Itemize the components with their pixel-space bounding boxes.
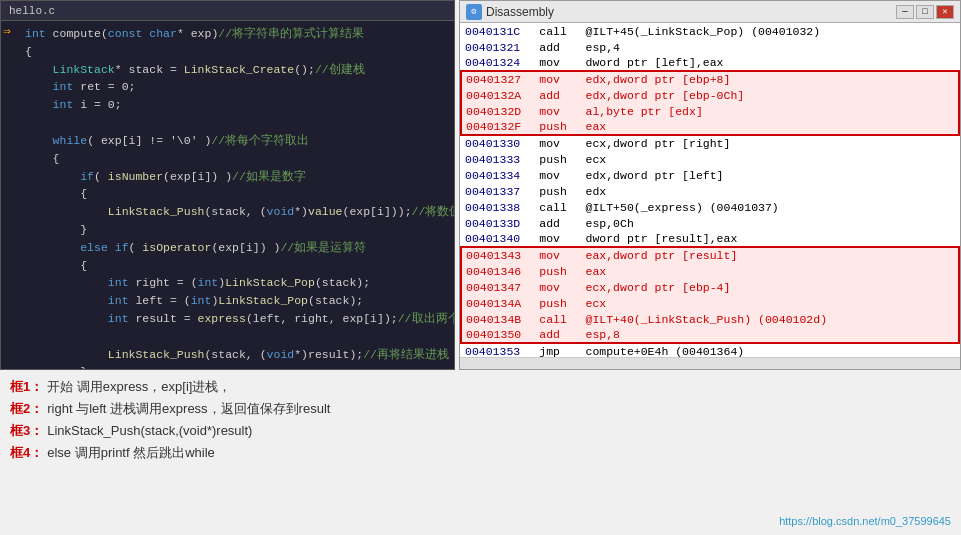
table-row[interactable]: 0040134A push ecx xyxy=(461,295,959,311)
minimize-button[interactable]: ─ xyxy=(896,5,914,19)
args-cell: esp,0Ch xyxy=(582,215,960,231)
op-cell: mov xyxy=(535,71,581,87)
table-row[interactable]: 00401333 push ecx xyxy=(461,151,959,167)
op-cell: jmp xyxy=(535,343,581,357)
table-row[interactable]: 00401334 mov edx,dword ptr [left] xyxy=(461,167,959,183)
annotation-line: 框2： right 与left 进栈调用express，返回值保存到result xyxy=(10,398,951,420)
addr-cell: 00401347 xyxy=(461,279,535,295)
addr-cell: 00401330 xyxy=(461,135,535,151)
args-cell: ecx xyxy=(582,151,960,167)
disasm-table: 0040131C call @ILT+45(_LinkStack_Pop) (0… xyxy=(460,23,960,357)
annotation-text: right 与left 进栈调用express，返回值保存到result xyxy=(47,398,330,420)
addr-cell: 0040132A xyxy=(461,87,535,103)
op-cell: push xyxy=(535,263,581,279)
args-cell: eax,dword ptr [result] xyxy=(582,247,960,263)
op-cell: add xyxy=(535,215,581,231)
args-cell: esp,8 xyxy=(582,327,960,343)
op-cell: mov xyxy=(535,135,581,151)
annotation-label: 框4： xyxy=(10,442,43,464)
addr-cell: 00401324 xyxy=(461,55,535,71)
disasm-icon-text: ⚙ xyxy=(471,6,476,17)
close-button[interactable]: ✕ xyxy=(936,5,954,19)
addr-cell: 0040132D xyxy=(461,103,535,119)
op-cell: call xyxy=(535,23,581,39)
disasm-panel: ⚙ Disassembly ─ □ ✕ 0040131C call @ILT+4… xyxy=(459,0,961,370)
op-cell: mov xyxy=(535,55,581,71)
table-row[interactable]: 00401324 mov dword ptr [left],eax xyxy=(461,55,959,71)
addr-cell: 00401333 xyxy=(461,151,535,167)
op-cell: mov xyxy=(535,279,581,295)
maximize-button[interactable]: □ xyxy=(916,5,934,19)
args-cell: al,byte ptr [edx] xyxy=(582,103,960,119)
op-cell: call xyxy=(535,311,581,327)
code-area: int compute(const char* exp)//将字符串的算式计算结… xyxy=(21,21,454,369)
op-cell: push xyxy=(535,183,581,199)
disasm-titlebar: ⚙ Disassembly ─ □ ✕ xyxy=(460,1,960,23)
op-cell: call xyxy=(535,199,581,215)
disasm-table-container[interactable]: 0040131C call @ILT+45(_LinkStack_Pop) (0… xyxy=(460,23,960,357)
op-cell: add xyxy=(535,39,581,55)
table-row[interactable]: 00401338 call @ILT+50(_express) (0040103… xyxy=(461,199,959,215)
table-row[interactable]: 00401321 add esp,4 xyxy=(461,39,959,55)
args-cell: @ILT+45(_LinkStack_Pop) (00401032) xyxy=(582,23,960,39)
op-cell: add xyxy=(535,327,581,343)
addr-cell: 00401321 xyxy=(461,39,535,55)
annotation-text: else 调用printf 然后跳出while xyxy=(47,442,215,464)
addr-cell: 0040132F xyxy=(461,119,535,135)
source-filename: hello.c xyxy=(9,5,55,17)
table-row[interactable]: 0040132A add edx,dword ptr [ebp-0Ch] xyxy=(461,87,959,103)
disasm-icon: ⚙ xyxy=(466,4,482,20)
source-content: ⇒ int compute(const char* exp)//将字符串的算式计… xyxy=(1,21,454,369)
table-row[interactable]: 00401353 jmp compute+0E4h (00401364) xyxy=(461,343,959,357)
addr-cell: 00401337 xyxy=(461,183,535,199)
annotation-label: 框1： xyxy=(10,376,43,398)
table-row[interactable]: 00401346 push eax xyxy=(461,263,959,279)
table-row[interactable]: 00401340 mov dword ptr [result],eax xyxy=(461,231,959,247)
args-cell: edx,dword ptr [ebp-0Ch] xyxy=(582,87,960,103)
table-row[interactable]: 00401330 mov ecx,dword ptr [right] xyxy=(461,135,959,151)
horizontal-scrollbar[interactable] xyxy=(460,357,960,369)
args-cell: dword ptr [left],eax xyxy=(582,55,960,71)
source-title: hello.c xyxy=(1,1,454,21)
addr-cell: 00401346 xyxy=(461,263,535,279)
table-row[interactable]: 0040132D mov al,byte ptr [edx] xyxy=(461,103,959,119)
addr-cell: 00401338 xyxy=(461,199,535,215)
op-cell: push xyxy=(535,119,581,135)
addr-cell: 0040134B xyxy=(461,311,535,327)
addr-cell: 00401334 xyxy=(461,167,535,183)
op-cell: push xyxy=(535,295,581,311)
addr-cell: 00401327 xyxy=(461,71,535,87)
window-controls: ─ □ ✕ xyxy=(896,5,954,19)
annotation-label: 框2： xyxy=(10,398,43,420)
source-panel: hello.c ⇒ int compute(const char* exp)//… xyxy=(0,0,455,370)
table-row[interactable]: 00401350 add esp,8 xyxy=(461,327,959,343)
addr-cell: 0040134A xyxy=(461,295,535,311)
args-cell: @ILT+40(_LinkStack_Push) (0040102d) xyxy=(582,311,960,327)
args-cell: eax xyxy=(582,263,960,279)
table-row[interactable]: 0040134B call @ILT+40(_LinkStack_Push) (… xyxy=(461,311,959,327)
top-panels: hello.c ⇒ int compute(const char* exp)//… xyxy=(0,0,961,370)
table-row[interactable]: 0040132F push eax xyxy=(461,119,959,135)
op-cell: mov xyxy=(535,247,581,263)
addr-cell: 00401353 xyxy=(461,343,535,357)
table-row[interactable]: 00401343 mov eax,dword ptr [result] xyxy=(461,247,959,263)
annotation-label: 框3： xyxy=(10,420,43,442)
args-cell: edx,dword ptr [left] xyxy=(582,167,960,183)
args-cell: eax xyxy=(582,119,960,135)
op-cell: mov xyxy=(535,167,581,183)
addr-cell: 00401350 xyxy=(461,327,535,343)
table-row[interactable]: 0040131C call @ILT+45(_LinkStack_Pop) (0… xyxy=(461,23,959,39)
line-indicator: ⇒ xyxy=(1,21,21,369)
table-row[interactable]: 00401327 mov edx,dword ptr [ebp+8] xyxy=(461,71,959,87)
annotation-text: 开始 调用express，exp[i]进栈， xyxy=(47,376,231,398)
args-cell: ecx xyxy=(582,295,960,311)
op-cell: push xyxy=(535,151,581,167)
op-cell: mov xyxy=(535,231,581,247)
op-cell: mov xyxy=(535,103,581,119)
table-row[interactable]: 00401337 push edx xyxy=(461,183,959,199)
annotation-line: 框4： else 调用printf 然后跳出while xyxy=(10,442,951,464)
args-cell: edx,dword ptr [ebp+8] xyxy=(582,71,960,87)
table-row[interactable]: 00401347 mov ecx,dword ptr [ebp-4] xyxy=(461,279,959,295)
annotations-panel: 框1： 开始 调用express，exp[i]进栈， 框2： right 与le… xyxy=(0,370,961,535)
table-row[interactable]: 0040133D add esp,0Ch xyxy=(461,215,959,231)
